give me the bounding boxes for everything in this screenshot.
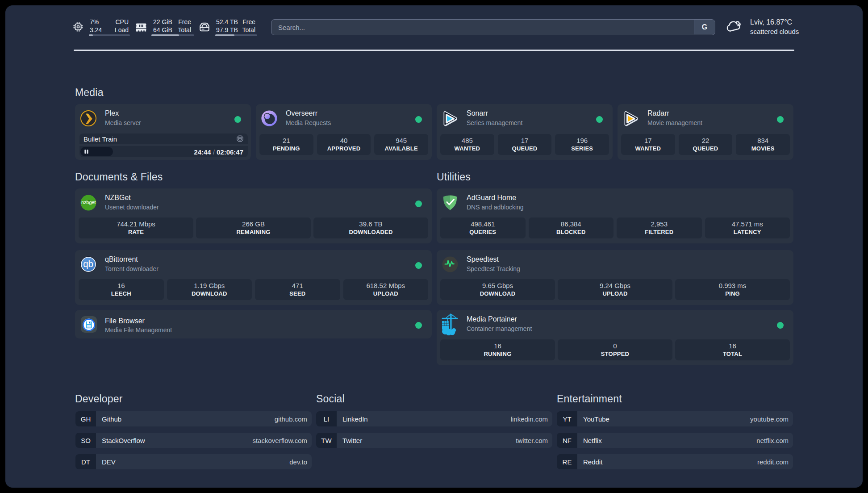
svg-text:nzbget: nzbget (81, 200, 96, 205)
svg-text:qb: qb (83, 259, 93, 269)
